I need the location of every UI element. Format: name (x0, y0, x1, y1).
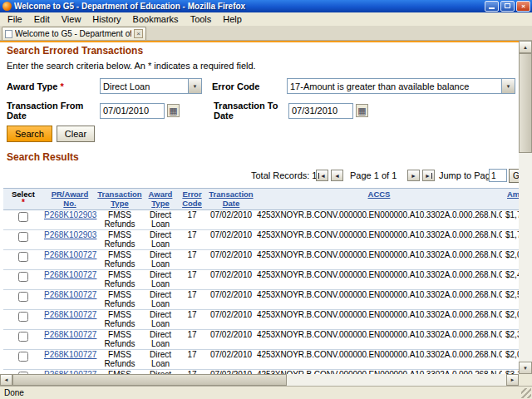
jump-to-page-label: Jump to Page (439, 170, 495, 180)
transaction-type-cell: FMSS Refunds (96, 290, 143, 310)
select-required-mark: * (4, 199, 42, 206)
next-page-button[interactable]: ► (407, 170, 420, 181)
error-code-value: 17-Amount is greater than available bala… (288, 81, 501, 91)
column-header-pr-award: PR/Award No. (43, 189, 96, 210)
menu-item[interactable]: Edit (28, 13, 56, 25)
error-code-cell: 17 (178, 230, 206, 250)
menu-item[interactable]: Help (217, 13, 248, 25)
transaction-date-cell: 07/02/2010 (206, 330, 256, 350)
menu-item[interactable]: Bookmarks (127, 13, 185, 25)
from-date-label: Transaction From Date (7, 101, 100, 121)
page-favicon-icon (5, 30, 12, 38)
horizontal-scroll-thumb[interactable] (12, 374, 287, 386)
pr-award-link[interactable]: P268K102903 (44, 210, 96, 219)
last-page-button[interactable]: ► (422, 170, 435, 181)
to-date-input[interactable] (288, 103, 353, 119)
calendar-icon[interactable]: ▦ (356, 104, 368, 117)
accs-cell: 4253XNOYR.B.CONV.000000.EN000000.A10.330… (256, 350, 502, 370)
tab-welcome-g5[interactable]: Welcome to G5 - Department of Edu... × (2, 27, 146, 40)
scroll-left-icon[interactable]: ◄ (0, 374, 12, 386)
error-code-sort-link[interactable]: Error Code (182, 190, 202, 208)
minimize-button[interactable] (485, 1, 499, 12)
pr-award-link[interactable]: P268K100727 (44, 330, 96, 339)
vertical-scroll-thumb[interactable] (519, 53, 532, 153)
pr-award-link[interactable]: P268K100727 (44, 270, 96, 279)
scroll-up-icon[interactable]: ▲ (519, 41, 532, 53)
scroll-down-icon[interactable]: ▼ (519, 362, 532, 374)
table-row: P268K102903 FMSS Refunds Direct Loan 17 … (3, 210, 519, 230)
transaction-date-sort-link[interactable]: Transaction Date (209, 190, 253, 208)
menu-item[interactable]: Tools (185, 13, 218, 25)
accs-cell: 4253XNOYR.B.CONV.000000.EN000000.A10.330… (256, 330, 502, 350)
pr-award-link[interactable]: P268K100727 (44, 350, 96, 359)
row-select-checkbox[interactable] (18, 252, 28, 262)
close-button[interactable]: × (516, 1, 530, 12)
first-page-button[interactable]: ◄ (316, 170, 328, 181)
amount-cell: $2,0 (502, 250, 519, 270)
calendar-icon[interactable]: ▦ (167, 104, 180, 117)
from-date-input[interactable] (100, 103, 165, 119)
table-row: P268K100727 FMSS Refunds Direct Loan 17 … (3, 290, 519, 310)
pr-award-link[interactable]: P268K100727 (44, 290, 96, 299)
row-select-checkbox[interactable] (18, 292, 28, 302)
resize-grip[interactable] (521, 388, 531, 398)
orange-divider (0, 41, 519, 42)
form-row-1: Award Type * Direct Loan ▼ Error Code 17… (7, 78, 519, 94)
pr-award-sort-link[interactable]: PR/Award No. (52, 190, 89, 208)
amount-cell: $2,0 (502, 350, 519, 370)
table-row: P268K102903 FMSS Refunds Direct Loan 17 … (3, 230, 519, 250)
firefox-icon (2, 2, 12, 11)
results-table: Select * PR/Award No. Transaction Type A… (3, 188, 519, 374)
award-type-label-text: Award Type (7, 81, 57, 91)
row-select-checkbox[interactable] (18, 232, 28, 242)
clear-button[interactable]: Clear (57, 126, 95, 142)
error-code-select[interactable]: 17-Amount is greater than available bala… (287, 78, 515, 94)
pagination-bar: Total Records: 19 ◄ ◄ Page 1 of 1 ► ► Ju… (0, 169, 519, 183)
first-page-icon (318, 173, 319, 179)
previous-page-button[interactable]: ◄ (331, 170, 343, 181)
accs-cell: 4253XNOYR.B.CONV.000000.EN000000.A10.330… (256, 210, 502, 230)
row-select-checkbox[interactable] (18, 312, 28, 322)
award-type-select[interactable]: Direct Loan ▼ (100, 78, 202, 94)
menu-item[interactable]: View (56, 13, 87, 25)
horizontal-scrollbar[interactable]: ◄ ► (0, 374, 519, 386)
row-select-checkbox[interactable] (18, 352, 28, 362)
menu-item[interactable]: File (2, 13, 28, 25)
tab-close-icon[interactable]: × (134, 29, 143, 38)
go-button[interactable]: Go (509, 169, 519, 183)
error-code-label: Error Code (212, 81, 287, 91)
column-header-transaction-date: Transaction Date (206, 189, 256, 210)
window-title: Welcome to G5 - Department of Education … (14, 2, 485, 11)
pr-award-link[interactable]: P268K100727 (44, 250, 96, 259)
row-select-checkbox[interactable] (18, 272, 28, 282)
menu-item[interactable]: History (86, 13, 126, 25)
last-page-arrow: ► (425, 173, 431, 179)
select-cell (3, 310, 43, 330)
select-cell (3, 350, 43, 370)
accs-cell: 4253XNOYR.B.CONV.000000.EN000000.A10.330… (256, 230, 502, 250)
vertical-scrollbar[interactable]: ▲ ▼ (519, 41, 532, 374)
award-type-cell: Direct Loan (143, 310, 178, 330)
form-row-2: Transaction From Date ▦ Transaction To D… (7, 101, 519, 121)
row-select-checkbox[interactable] (18, 212, 28, 222)
pr-award-link[interactable]: P268K100727 (44, 310, 96, 319)
error-code-cell: 17 (178, 210, 206, 230)
pr-award-cell: P268K100727 (43, 250, 96, 270)
scroll-right-icon[interactable]: ► (506, 374, 519, 386)
transaction-type-sort-link[interactable]: Transaction Type (97, 190, 141, 208)
row-select-checkbox[interactable] (18, 332, 28, 342)
search-button[interactable]: Search (7, 126, 52, 142)
scrollbar-corner (519, 374, 532, 386)
jump-to-page-input[interactable] (489, 169, 507, 182)
select-cell (3, 290, 43, 310)
award-type-cell: Direct Loan (143, 270, 178, 290)
error-code-cell: 17 (178, 350, 206, 370)
award-type-sort-link[interactable]: Award Type (149, 190, 173, 208)
amount-sort-link[interactable]: Amount (507, 190, 519, 199)
maximize-button[interactable] (500, 1, 515, 12)
pr-award-link[interactable]: P268K102903 (44, 230, 96, 239)
accs-sort-link[interactable]: ACCS (368, 190, 391, 199)
last-page-icon (431, 173, 432, 179)
transaction-type-cell: FMSS Refunds (96, 250, 143, 270)
column-header-amount: Amount (502, 189, 519, 210)
